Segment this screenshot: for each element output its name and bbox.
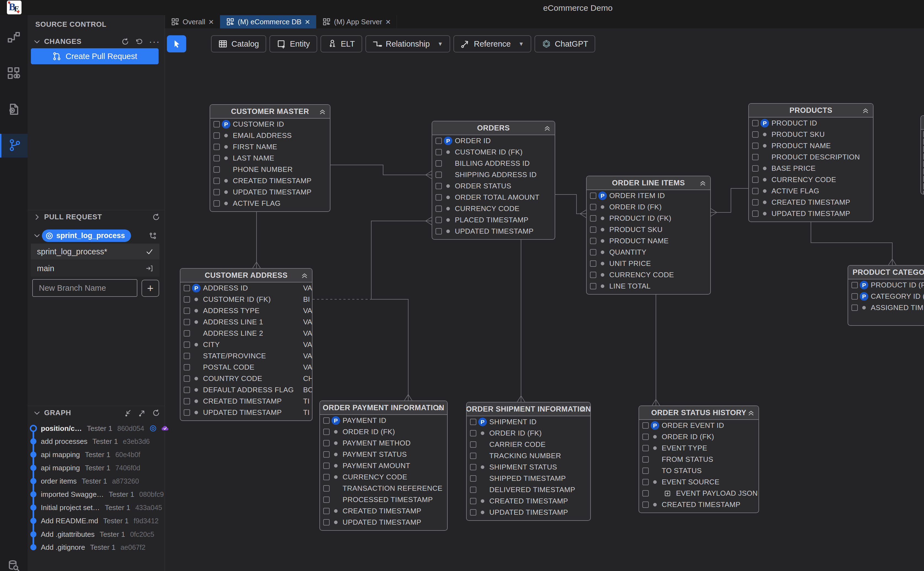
entity-header[interactable]: CUSTOMER ADDRESS [180,269,312,282]
attribute-checkbox[interactable] [752,165,759,171]
attribute-checkbox[interactable] [470,498,476,504]
attribute-checkbox[interactable] [752,210,759,217]
entity-header[interactable]: CUSTOMER MASTER [210,105,330,119]
attribute-row[interactable]: EVENT TYPE [639,443,759,454]
entity-orders[interactable]: ORDERS P ORDER ID CUSTOMER ID (FK) BILLI… [432,121,555,240]
attribute-checkbox[interactable] [213,177,220,184]
entity-header[interactable]: ORDER PAYMENT INFORMATION [320,401,447,415]
attribute-checkbox[interactable] [184,285,190,291]
attribute-checkbox[interactable] [590,261,596,267]
attribute-checkbox[interactable] [213,166,220,173]
attribute-row[interactable]: CREATED TIMESTAMPTI [180,395,312,407]
attribute-checkbox[interactable] [323,485,330,492]
attribute-checkbox[interactable] [470,464,476,470]
attribute-checkbox[interactable] [184,341,190,348]
entity-products[interactable]: PRODUCTS P PRODUCT ID PRODUCT SKU PRODUC… [748,103,873,222]
attribute-row[interactable]: UPDATED TIMESTAMP [749,208,873,219]
attribute-checkbox[interactable] [642,490,649,497]
attribute-row[interactable]: BASE PRICE [749,163,873,174]
entity-order-shipment-information[interactable]: ORDER SHIPMENT INFORMATION P SHIPMENT ID… [466,402,591,521]
attribute-row[interactable]: QUANTITY [587,247,710,258]
attribute-checkbox[interactable] [184,398,190,404]
attribute-row[interactable]: TRANSACTION REFERENCE [320,483,447,494]
attribute-row[interactable]: EVENT PAYLOAD JSON [639,488,759,499]
collapse-icon[interactable] [699,179,706,188]
attribute-checkbox[interactable] [642,422,649,429]
attribute-checkbox[interactable] [435,217,442,223]
attribute-checkbox[interactable] [184,364,190,370]
entity-header[interactable]: ORDERS [432,121,555,135]
attribute-row[interactable]: TO STATUS [639,465,759,476]
attribute-row[interactable]: PAYMENT STATUS [320,449,447,460]
attribute-row[interactable]: CREATED TIMESTAMP [320,505,447,517]
attribute-row[interactable]: PROCESSED TIMESTAMP [320,494,447,505]
attribute-row[interactable]: DEFAULT ADDRESS FLAGBO [180,384,312,395]
entity-order-line-items[interactable]: ORDER LINE ITEMS P ORDER ITEM ID ORDER I… [586,176,711,295]
attribute-checkbox[interactable] [184,296,190,302]
attribute-row[interactable]: TRACKING NUMBER [467,450,590,461]
attribute-row[interactable]: ORDER STATUS [432,181,555,192]
attribute-checkbox[interactable] [590,249,596,255]
attribute-row[interactable]: P ADDRESS IDVA [180,282,312,294]
attribute-checkbox[interactable] [851,293,858,299]
attribute-checkbox[interactable] [435,228,442,235]
collapse-icon[interactable] [862,107,869,115]
entity-product-category-as[interactable]: PRODUCT CATEGORY AS P PRODUCT ID (FK)P C… [848,265,924,326]
collapse-icon[interactable] [748,409,755,417]
entity-order-payment-information[interactable]: ORDER PAYMENT INFORMATION P PAYMENT ID O… [319,401,448,531]
attribute-row[interactable]: CITYVA [180,339,312,350]
attribute-checkbox[interactable] [470,441,476,448]
attribute-checkbox[interactable] [213,144,220,150]
attribute-row[interactable]: CUSTOMER ID (FK)BI [180,294,312,305]
entity-header[interactable]: ORDER STATUS HISTORY [639,406,759,420]
attribute-row[interactable]: P ORDER EVENT ID [639,420,759,431]
attribute-row[interactable]: LAST NAME [210,153,330,164]
attribute-row[interactable]: P ORDER ITEM ID [587,190,710,201]
attribute-row[interactable]: UPDATED TIMESTAMPTI [180,407,312,418]
attribute-row[interactable]: SHIPPING ADDRESS ID [432,169,555,181]
attribute-row[interactable]: PRODUCT SKU [749,129,873,140]
attribute-checkbox[interactable] [752,188,759,194]
attribute-checkbox[interactable] [752,199,759,205]
attribute-checkbox[interactable] [323,508,330,514]
attribute-checkbox[interactable] [642,502,649,508]
attribute-row[interactable]: PAYMENT AMOUNT [320,460,447,471]
attribute-row[interactable]: UPDATED TIMESTAMP [467,507,590,518]
attribute-checkbox[interactable] [590,204,596,210]
attribute-checkbox[interactable] [752,176,759,183]
attribute-row[interactable]: CURRENCY CODE [320,471,447,483]
attribute-row[interactable]: COUNTRY CODECH [180,373,312,384]
entity-customer-master[interactable]: CUSTOMER MASTER P CUSTOMER ID EMAIL ADDR… [210,104,330,212]
attribute-checkbox[interactable] [470,509,476,515]
attribute-row[interactable]: CREATED TIMESTAMP [639,499,759,510]
attribute-row[interactable]: UPDATED TIMESTAMP [432,225,555,237]
attribute-row[interactable]: FROM STATUS [639,454,759,465]
entity-header[interactable] [921,116,924,130]
attribute-checkbox[interactable] [590,272,596,278]
attribute-row[interactable]: ADDRESS TYPEVA [180,305,312,316]
json-expand-icon[interactable] [664,490,671,497]
attribute-checkbox[interactable] [590,238,596,244]
attribute-checkbox[interactable] [470,430,476,437]
attribute-checkbox[interactable] [470,453,476,459]
attribute-checkbox[interactable] [752,143,759,149]
attribute-row[interactable]: P ORDER ID [432,135,555,147]
attribute-row[interactable]: CARRIER CODE [467,439,590,450]
attribute-row[interactable]: ACTIVE FLAG [749,185,873,197]
attribute-row[interactable]: PAYMENT METHOD [320,437,447,449]
attribute-row[interactable]: ORDER ID (FK) [639,431,759,443]
attribute-row[interactable]: EMAIL ADDRESS [210,130,330,141]
attribute-checkbox[interactable] [851,282,858,288]
attribute-checkbox[interactable] [470,475,476,481]
attribute-row[interactable]: LINE TOTAL [587,281,710,292]
attribute-row[interactable]: CREATED TIMESTAMP [749,197,873,208]
attribute-row[interactable]: PLACED TIMESTAMP [432,215,555,225]
attribute-row[interactable]: FIRST NAME [210,141,330,153]
attribute-checkbox[interactable] [213,155,220,161]
attribute-row[interactable]: CURRENCY CODE [587,269,710,281]
attribute-checkbox[interactable] [323,417,330,424]
attribute-row[interactable]: P CUSTOMER ID [210,119,330,130]
attribute-checkbox[interactable] [642,445,649,451]
attribute-checkbox[interactable] [323,451,330,458]
attribute-checkbox[interactable] [642,434,649,440]
